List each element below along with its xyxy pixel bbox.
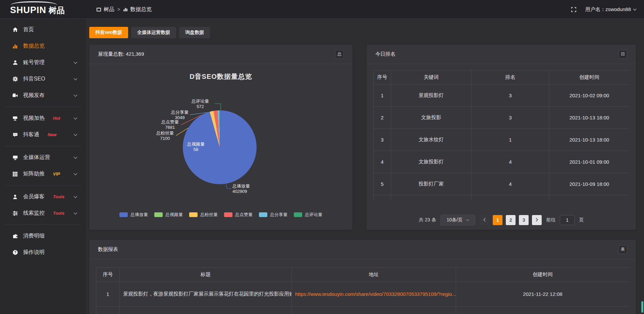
sidebar-item-12[interactable]: ?操作说明	[0, 244, 86, 261]
sidebar-item-1[interactable]: 数据总览	[0, 38, 86, 54]
sidebar-item-badge: VIP	[53, 171, 60, 176]
daily-view-button[interactable]: 日	[619, 50, 627, 59]
breadcrumb-label: 数据总览	[130, 6, 152, 13]
total-view-button[interactable]: 总	[335, 50, 344, 59]
sidebar-item-10[interactable]: 线索监控Tools	[0, 205, 86, 221]
fullscreen-icon[interactable]	[571, 7, 577, 12]
sidebar-item-label: 视频加热	[23, 115, 45, 122]
legend-item-5[interactable]: 总评论量	[294, 212, 322, 218]
sidebar-item-label: 数据总览	[23, 43, 45, 50]
member-icon	[12, 194, 18, 200]
breadcrumb-label: 树品	[104, 6, 114, 13]
table-cell: 2021-11-22 12:08	[456, 282, 630, 307]
username-label: 用户名：zswodun88	[585, 6, 631, 13]
svg-text:?: ?	[14, 251, 16, 254]
legend-item-2[interactable]: 总粉丝量	[189, 212, 218, 218]
sidebar-item-9[interactable]: 会员爆客Tools	[0, 189, 86, 205]
legend-item-4[interactable]: 总分享量	[259, 212, 287, 218]
tab-button-2[interactable]: 询盘数据	[179, 27, 210, 38]
breadcrumb-home[interactable]: 树品	[96, 6, 114, 13]
chevron-down-icon	[73, 212, 77, 215]
sidebar-item-8[interactable]: 矩阵助推VIP	[0, 166, 86, 182]
report-table: 序号标题地址创建时间1景观投影灯，夜游景观投影灯厂家展示展示落花灯在花园里的灯光…	[96, 267, 629, 314]
sliders-icon	[12, 211, 18, 216]
chevron-down-icon	[73, 78, 77, 81]
sidebar-divider	[5, 146, 81, 146]
table-cell: 景观投影灯	[391, 85, 472, 107]
legend-swatch	[154, 212, 163, 217]
chevron-down-icon	[73, 173, 77, 175]
sidebar-item-label: 线索监控	[23, 210, 45, 217]
table-cell: 投影灯厂家	[391, 173, 472, 195]
column-header: 地址	[292, 268, 456, 282]
sidebar-item-label: 账号管理	[23, 59, 45, 66]
sidebar-item-5[interactable]: 视频加热Hot	[0, 110, 86, 126]
goto-page-input[interactable]	[560, 215, 575, 225]
sidebar-divider	[5, 185, 81, 186]
legend-label: 总评论量	[305, 212, 322, 218]
breadcrumb-separator: >	[117, 7, 120, 12]
pager-next-button[interactable]	[532, 215, 542, 225]
sidebar-item-4[interactable]: 视频发布	[0, 87, 86, 104]
report-table-wrap: 序号标题地址创建时间1景观投影灯，夜游景观投影灯厂家展示展示落花灯在花园里的灯光…	[96, 267, 629, 314]
table-cell	[292, 307, 456, 314]
legend-item-3[interactable]: 总点赞量	[224, 212, 253, 218]
logo-arc	[11, 1, 57, 5]
chat-icon	[12, 132, 18, 138]
pie-label-plays: 总播放量402909	[232, 184, 263, 194]
scrollbar-thumb[interactable]	[641, 301, 643, 313]
screen-heat-icon	[12, 116, 18, 121]
chevron-down-icon	[73, 94, 77, 97]
sidebar-item-label: 会员爆客	[23, 193, 45, 200]
column-header: 排名	[472, 70, 549, 85]
pager-prev-button[interactable]	[480, 215, 489, 225]
data-tabs: 抖音seo数据全媒体运营数据询盘数据	[89, 27, 210, 38]
grid-icon	[12, 171, 18, 177]
sidebar-item-label: 首页	[23, 26, 34, 33]
table-cell: 1	[374, 85, 391, 107]
sidebar-item-badge: Tools	[53, 194, 64, 199]
legend-item-0[interactable]: 总播放量	[119, 212, 148, 218]
sidebar-item-0[interactable]: 首页	[0, 21, 86, 38]
legend-swatch	[189, 212, 198, 217]
legend-label: 总播放量	[130, 212, 148, 218]
table-cell: 4	[472, 151, 549, 173]
pagination-total: 共 23 条	[419, 217, 436, 223]
tab-button-1[interactable]: 全媒体运营数据	[131, 27, 176, 38]
chevron-down-icon	[633, 8, 637, 11]
sidebar-item-label: 视频发布	[23, 92, 45, 99]
legend-item-1[interactable]: 总视频量	[154, 212, 183, 218]
sidebar-item-3[interactable]: 抖音SEO	[0, 71, 86, 87]
page-size-select[interactable]: 10条/页	[440, 215, 475, 225]
pager-page-button-2[interactable]: 2	[506, 215, 516, 225]
logo-text-en: SHUPIN	[10, 5, 46, 15]
table-cell: 2021-10-13 18:00	[549, 107, 630, 129]
table-cell: 5	[374, 173, 391, 195]
sidebar-item-6[interactable]: 抖客通New	[0, 126, 86, 143]
sidebar-item-label: 抖音SEO	[23, 75, 45, 83]
column-header: 创建时间	[549, 70, 630, 85]
table-row: 1景观投影灯32021-10-02 09:00	[374, 85, 630, 107]
pie-label-likes: 总点赞量7681	[160, 119, 180, 130]
sidebar-item-11[interactable]: 消费明细	[0, 228, 86, 244]
table-row	[374, 195, 630, 202]
sidebar-item-7[interactable]: 全媒体运营	[0, 149, 86, 166]
today-rank-panel: 今日排名 日 序号关键词排名创建时间1景观投影灯32021-10-02 09:0…	[367, 45, 636, 230]
user-icon	[12, 60, 18, 65]
sidebar-item-2[interactable]: 账号管理	[0, 54, 86, 71]
table-cell: 2021-10-09 18:00	[549, 173, 630, 195]
pager-page-button-3[interactable]: 3	[519, 215, 529, 225]
sidebar-item-badge: Tools	[53, 211, 64, 216]
table-view-button[interactable]: 表	[619, 245, 627, 254]
pager-page-button-1[interactable]: 1	[493, 215, 502, 225]
home-icon	[12, 27, 18, 33]
user-menu[interactable]: 用户名：zswodun88	[585, 6, 637, 13]
tab-button-0[interactable]: 抖音seo数据	[89, 27, 128, 38]
video-link[interactable]: https://www.iesdouyin.com/share/video/70…	[295, 291, 456, 297]
breadcrumb-current[interactable]: 数据总览	[123, 6, 152, 13]
table-cell	[472, 195, 549, 202]
table-cell	[456, 307, 630, 314]
app-logo: SHUPIN 树品	[10, 1, 74, 16]
sidebar-item-badge: New	[48, 132, 57, 137]
sidebar-item-label: 矩阵助推	[23, 170, 45, 177]
